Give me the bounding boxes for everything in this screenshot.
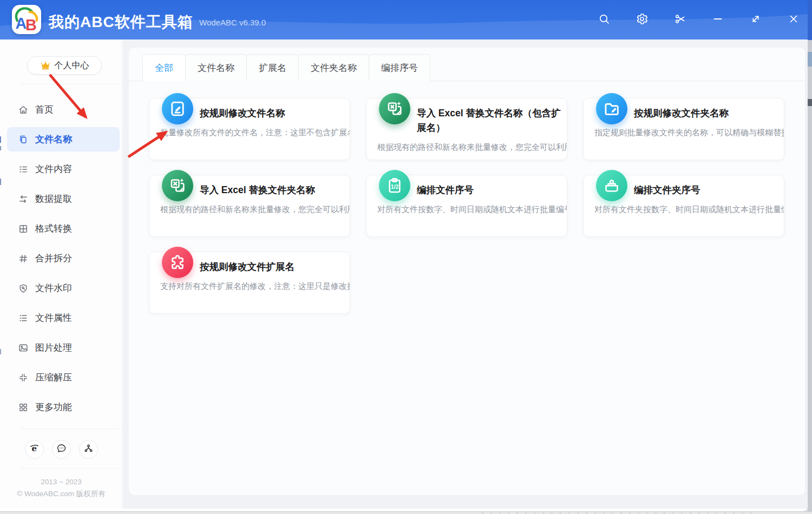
maximize-button[interactable] [749,14,762,27]
sidebar-item-8[interactable]: 文件属性 [0,303,121,333]
sidebar-item-11[interactable]: 更多功能 [0,392,121,422]
desktop-edge-right [808,0,812,514]
footer-years: 2013 ~ 2023 [0,478,122,486]
browser-icon: e [29,443,40,456]
sidebar-item-label: 首页 [35,103,54,116]
card-title: 按规则修改文件夹名称 [634,106,778,121]
image-process-icon [18,342,29,353]
minimize-button[interactable] [711,14,724,27]
folder-tray-icon [596,170,627,201]
card-desc: 指定规则批量修改文件夹的名称，可以精确与模糊替换 [594,128,784,138]
content-panel: 全部文件名称扩展名文件夹名称编排序号 按规则修改文件名称批量修改所有文件的文件名… [129,48,805,495]
merge-split-icon [18,253,29,264]
close-icon [787,12,800,28]
sidebar-item-label: 合并拆分 [35,252,72,265]
card-title: 导入 Excel 替换文件名称（包含扩展名） [417,106,561,135]
tab-5[interactable]: 编排序号 [369,54,430,81]
tab-4[interactable]: 文件夹名称 [298,54,369,81]
file-content-icon [18,164,29,175]
sidebar-item-7[interactable]: 文件水印 [0,273,121,303]
feature-card-4[interactable]: 导入 Excel 替换文件夹名称根据现有的路径和新名称来批量修改，您完全可以利用 [149,175,350,237]
chat-icon [56,443,67,456]
home-icon [18,104,29,115]
sidebar-item-label: 文件名称 [35,133,72,146]
personal-center-button[interactable]: 个人中心 [27,56,102,75]
feature-card-7[interactable]: 按规则修改文件扩展名支持对所有文件扩展名的修改，注意：这里只是修改扩展名 [149,252,350,314]
file-attributes-icon [18,313,29,324]
settings-gear-icon [636,12,649,28]
card-title: 编排文件夹序号 [634,183,778,197]
sidebar-item-1[interactable]: 首页 [0,95,121,124]
card-title: 按规则修改文件名称 [200,106,344,121]
feature-card-2[interactable]: 导入 Excel 替换文件名称（包含扩展名）根据现有的路径和新名称来批量修改，您… [366,98,567,160]
scissors-icon [673,12,686,28]
watermark-icon [18,283,29,294]
footer-copyright: © WodeABC.com 版权所有 [0,489,122,499]
scissors-button[interactable] [673,14,686,27]
card-desc: 批量修改所有文件的文件名，注意：这里不包含扩展名 [160,128,350,138]
compress-icon [18,372,29,383]
category-tabs: 全部文件名称扩展名文件夹名称编排序号 [129,48,805,81]
desktop-edge-marks [482,512,752,513]
data-extract-icon [18,194,29,205]
card-desc: 对所有文件按数字、时间日期或随机文本进行批量编号 [377,205,567,215]
sidebar-item-label: 文件内容 [35,163,72,175]
sidebar-item-10[interactable]: 压缩解压 [0,363,121,392]
app-window: A B 我的ABC软件工具箱 WodeABC v6.39.0 个人中心 首页文件… [0,0,808,511]
feature-card-1[interactable]: 按规则修改文件名称批量修改所有文件的文件名，注意：这里不包含扩展名 [149,98,350,160]
desktop-edge-left-mark [0,179,1,185]
format-convert-icon [18,223,29,234]
sidebar-item-label: 图片处理 [35,341,72,354]
more-features-icon [18,402,29,413]
sidebar-item-label: 压缩解压 [35,371,72,384]
quick-link-browser[interactable]: e [25,440,44,459]
crown-icon [40,60,51,71]
sidebar-divider [21,84,120,84]
share-icon [83,443,94,456]
card-desc: 根据现有的路径和新名称来批量修改，您完全可以利用 [377,142,567,153]
sidebar-item-label: 文件属性 [35,312,72,324]
titlebar: A B 我的ABC软件工具箱 WodeABC v6.39.0 [0,0,808,39]
quick-link-share[interactable] [79,440,98,459]
sidebar: 个人中心 首页文件名称文件内容数据提取格式转换合并拆分文件水印文件属性图片处理压… [0,39,122,509]
card-title: 按规则修改文件扩展名 [200,260,344,274]
sidebar-item-label: 数据提取 [35,193,72,205]
sidebar-item-label: 格式转换 [35,222,72,235]
card-title: 编排文件序号 [417,183,561,197]
sidebar-divider [21,429,120,429]
card-desc: 根据现有的路径和新名称来批量修改，您完全可以利用 [160,205,350,215]
sidebar-item-5[interactable]: 格式转换 [0,214,121,243]
minimize-icon [711,12,724,28]
app-version: WodeABC v6.39.0 [199,18,266,27]
search-icon [598,12,611,28]
sidebar-item-4[interactable]: 数据提取 [0,184,121,214]
folder-edit-icon [596,93,627,124]
feature-card-3[interactable]: 按规则修改文件夹名称指定规则批量修改文件夹的名称，可以精确与模糊替换 [583,98,784,160]
card-desc: 对所有文件夹按数字、时间日期或随机文本进行批量编号 [594,205,784,215]
close-button[interactable] [787,14,800,27]
svg-text:1/2: 1/2 [391,184,399,190]
sidebar-item-6[interactable]: 合并拆分 [0,243,121,273]
feature-card-6[interactable]: 编排文件夹序号对所有文件夹按数字、时间日期或随机文本进行批量编号 [583,175,784,237]
desktop-edge-left-mark [0,146,1,150]
edit-file-icon [162,93,193,124]
app-title: 我的ABC软件工具箱 [49,12,193,32]
puzzle-edit-icon [162,247,193,278]
sidebar-item-label: 更多功能 [35,401,72,413]
excel-replace-icon [379,93,410,124]
tab-3[interactable]: 扩展名 [246,54,299,81]
tab-1[interactable]: 全部 [142,54,186,81]
excel-replace-icon [162,170,193,201]
quick-link-chat[interactable] [52,440,71,459]
card-desc: 支持对所有文件扩展名的修改，注意：这里只是修改扩展名 [160,281,350,292]
tab-2[interactable]: 文件名称 [185,54,247,81]
settings-button[interactable] [636,14,649,27]
sidebar-divider [21,468,120,469]
file-name-icon [18,134,29,145]
sidebar-item-9[interactable]: 图片处理 [0,333,121,363]
sidebar-item-2[interactable]: 文件名称 [0,124,121,154]
sidebar-item-3[interactable]: 文件内容 [0,154,121,184]
desktop-edge-left-mark [0,136,1,143]
feature-card-5[interactable]: 1/2编排文件序号对所有文件按数字、时间日期或随机文本进行批量编号 [366,175,567,237]
search-button[interactable] [598,14,611,27]
